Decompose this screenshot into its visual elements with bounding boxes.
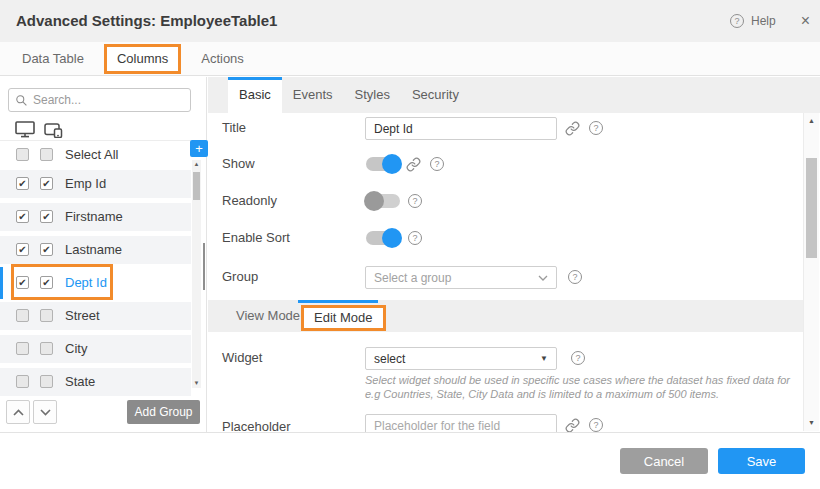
desktop-checkbox[interactable]: ✔ (16, 243, 29, 256)
tab-actions[interactable]: Actions (185, 42, 260, 75)
help-icon[interactable]: ? (571, 351, 585, 365)
page-title: Advanced Settings: EmployeeTable1 (16, 0, 277, 42)
help-icon[interactable]: ? (430, 157, 444, 171)
mobile-tablet-icon[interactable] (44, 121, 63, 138)
chevron-down-icon (40, 409, 51, 416)
divider (0, 140, 191, 141)
group-select-placeholder: Select a group (374, 271, 538, 285)
mobile-checkbox[interactable]: ✔ (40, 177, 53, 190)
column-label: Lastname (65, 242, 122, 258)
cancel-button[interactable]: Cancel (620, 448, 708, 474)
widget-select[interactable]: select ▼ (365, 347, 557, 370)
desktop-checkbox[interactable] (16, 342, 29, 355)
tab-view-mode[interactable]: View Mode (236, 300, 300, 332)
move-column-up-button[interactable] (6, 400, 30, 424)
desktop-icon[interactable] (15, 121, 35, 138)
mobile-checkbox[interactable] (40, 309, 53, 322)
tab-columns[interactable]: Columns (104, 44, 181, 74)
tab-events[interactable]: Events (282, 77, 344, 113)
help-icon[interactable]: ? (408, 194, 422, 208)
mobile-checkbox[interactable] (40, 342, 53, 355)
column-row-street[interactable]: Street (0, 302, 191, 330)
move-column-down-button[interactable] (33, 400, 57, 424)
desktop-checkbox[interactable]: ✔ (16, 276, 29, 289)
toggle-knob (382, 228, 402, 248)
column-settings-panel: Basic Events Styles Security Title ? Sho… (208, 77, 820, 432)
add-group-button[interactable]: Add Group (127, 400, 200, 424)
bind-link-icon[interactable] (565, 121, 580, 136)
group-select[interactable]: Select a group (365, 266, 557, 289)
column-row-city[interactable]: City (0, 335, 191, 363)
sidebar-overlay-scrollbar-thumb[interactable] (203, 243, 205, 290)
help-icon[interactable]: ? (568, 270, 582, 284)
enable-sort-toggle[interactable] (364, 228, 402, 248)
scroll-up-icon[interactable]: ▲ (804, 115, 819, 127)
mobile-checkbox[interactable]: ✔ (40, 276, 53, 289)
column-label: Emp Id (65, 176, 106, 192)
desktop-checkbox[interactable] (16, 309, 29, 322)
widget-select-value: select (374, 352, 540, 366)
help-icon[interactable]: ? (589, 121, 603, 135)
column-row-dept-id[interactable]: ✔ ✔ Dept Id (0, 269, 191, 297)
toggle-knob (382, 154, 402, 174)
desktop-checkbox[interactable]: ✔ (16, 177, 29, 190)
column-row-emp-id[interactable]: ✔ ✔ Emp Id (0, 170, 191, 198)
placeholder-field-label: Placeholder (222, 419, 291, 432)
scroll-down-icon[interactable]: ▼ (192, 379, 201, 388)
scroll-up-icon[interactable]: ▲ (192, 160, 201, 169)
active-tab-indicator (298, 300, 378, 303)
search-input[interactable] (33, 93, 184, 107)
select-all-desktop-checkbox[interactable] (16, 148, 29, 161)
column-label: State (65, 374, 95, 390)
tab-styles[interactable]: Styles (344, 77, 401, 113)
tab-edit-mode[interactable]: Edit Mode (301, 305, 386, 331)
help-icon[interactable]: ? (589, 418, 603, 432)
save-button[interactable]: Save (718, 448, 805, 474)
help-icon[interactable]: ? (408, 231, 422, 245)
device-toggle-row (15, 121, 63, 138)
select-all-label: Select All (65, 147, 118, 163)
column-label: City (65, 341, 87, 357)
tab-basic[interactable]: Basic (228, 77, 282, 113)
scroll-down-icon[interactable]: ▼ (804, 417, 819, 429)
tab-data-table[interactable]: Data Table (6, 42, 100, 75)
column-row-firstname[interactable]: ✔ ✔ Firstname (0, 203, 191, 231)
help-icon[interactable]: ? (730, 14, 744, 28)
column-row-lastname[interactable]: ✔ ✔ Lastname (0, 236, 191, 264)
desktop-checkbox[interactable]: ✔ (16, 210, 29, 223)
group-field-label: Group (222, 269, 258, 285)
mobile-checkbox[interactable]: ✔ (40, 210, 53, 223)
help-label[interactable]: Help (751, 14, 776, 28)
settings-tab-bar: Basic Events Styles Security (208, 77, 820, 113)
desktop-checkbox[interactable] (16, 375, 29, 388)
title-field-label: Title (222, 120, 246, 136)
mobile-checkbox[interactable]: ✔ (40, 243, 53, 256)
column-label: Street (65, 308, 100, 324)
dialog-header: Advanced Settings: EmployeeTable1 ? Help… (0, 0, 820, 42)
placeholder-input[interactable] (365, 414, 557, 432)
column-list-scrollbar[interactable]: ▲ ▼ (192, 160, 201, 388)
chevron-down-icon (538, 275, 548, 281)
scrollbar-thumb[interactable] (806, 158, 817, 258)
mobile-checkbox[interactable] (40, 375, 53, 388)
show-toggle[interactable] (364, 154, 402, 174)
advanced-settings-dialog: Advanced Settings: EmployeeTable1 ? Help… (0, 0, 820, 489)
toggle-knob (364, 191, 384, 211)
bind-link-icon[interactable] (565, 418, 580, 432)
settings-panel-scrollbar[interactable]: ▲ ▼ (803, 113, 819, 431)
readonly-toggle[interactable] (364, 191, 402, 211)
scrollbar-thumb[interactable] (193, 172, 200, 200)
select-all-mobile-checkbox[interactable] (40, 148, 53, 161)
tab-security[interactable]: Security (401, 77, 470, 113)
select-all-row: Select All (0, 142, 191, 168)
show-field-label: Show (222, 156, 255, 172)
close-icon[interactable]: × (801, 14, 810, 28)
title-input[interactable] (365, 117, 557, 140)
bind-link-icon[interactable] (406, 157, 421, 172)
column-row-state[interactable]: State (0, 368, 191, 396)
chevron-up-icon (13, 409, 24, 416)
search-box[interactable] (8, 88, 191, 112)
readonly-field-label: Readonly (222, 193, 277, 209)
add-column-button[interactable]: + (190, 140, 208, 157)
dropdown-arrow-icon: ▼ (540, 354, 548, 363)
